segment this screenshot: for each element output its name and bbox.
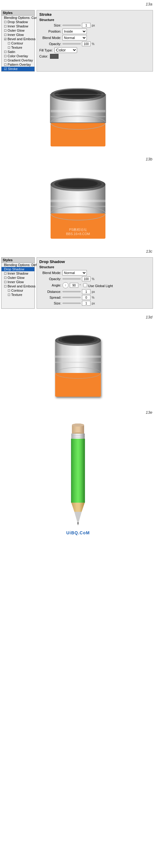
satin-item[interactable]: Satin xyxy=(2,50,34,54)
ds-distance-row: Distance: 1 px xyxy=(39,289,150,294)
pencil-svg xyxy=(63,422,93,526)
ds-global-light-checkbox[interactable] xyxy=(83,283,87,287)
svg-point-26 xyxy=(62,336,94,343)
outer-glow-item[interactable]: Outer Glow xyxy=(2,28,34,33)
cylinder-13b xyxy=(41,166,115,242)
gradient-overlay-item[interactable]: Gradient Overlay xyxy=(2,58,34,62)
svg-rect-34 xyxy=(71,439,85,503)
styles-panel-stroke: Styles Blending Options: Custom Drop Sha… xyxy=(1,10,35,71)
svg-point-40 xyxy=(72,424,84,427)
inner-glow-item[interactable]: Inner Glow xyxy=(2,33,34,37)
cylinder-13a-svg xyxy=(41,76,115,150)
blending-options-item[interactable]: Blending Options: Custom xyxy=(2,16,34,20)
ds-angle-value[interactable]: 90 xyxy=(70,283,78,288)
footer-text: UiBQ.CoM xyxy=(0,529,156,538)
ds-size-row: Size: 1 px xyxy=(39,301,150,306)
svg-marker-37 xyxy=(71,503,85,512)
bevel-emboss-item[interactable]: Bevel and Emboss xyxy=(2,37,34,41)
inner-glow-shadow-item[interactable]: Inner Glow xyxy=(2,280,34,284)
opacity-label: Opacity: xyxy=(39,42,61,46)
fill-type-row: Fill Type: Color Gradient Pattern xyxy=(39,47,150,53)
contour-shadow-item[interactable]: Contour xyxy=(2,288,34,292)
drop-shadow-panel-container: Styles Blending Options: Default Drop Sh… xyxy=(0,255,156,311)
svg-rect-23 xyxy=(55,362,101,363)
color-overlay-item[interactable]: Color Overlay xyxy=(2,54,34,58)
ds-opacity-unit: % xyxy=(92,277,94,281)
drop-shadow-item[interactable]: Drop Shadow xyxy=(2,20,34,24)
drop-shadow-active-item[interactable]: Drop Shadow xyxy=(2,267,34,271)
opacity-value[interactable]: 100 xyxy=(82,41,91,46)
label-13b: 13b xyxy=(0,155,156,162)
ds-blend-label: Blend Mode: xyxy=(39,271,61,275)
size-value[interactable]: 1 xyxy=(82,23,91,28)
blend-mode-label: Blend Mode: xyxy=(39,36,61,39)
ds-blend-row: Blend Mode: Normal xyxy=(39,270,150,276)
stroke-item[interactable]: ☑ Stroke xyxy=(2,67,34,71)
label-13e: 13e xyxy=(0,408,156,416)
svg-point-17 xyxy=(58,180,98,188)
blend-mode-row: Blend Mode: Normal xyxy=(39,35,150,40)
texture-shadow-item[interactable]: Texture xyxy=(2,292,34,297)
opacity-slider[interactable] xyxy=(62,43,81,44)
blend-mode-select[interactable]: Normal xyxy=(62,35,87,40)
svg-rect-3 xyxy=(51,110,105,112)
ds-spread-unit: % xyxy=(92,296,94,299)
opacity-unit: % xyxy=(92,42,94,46)
cylinder-13b-area: PS教程论坛 BBS.16×8.COM xyxy=(0,162,156,245)
position-row: Position: Inside Outside Center xyxy=(39,29,150,34)
ds-opacity-label: Opacity: xyxy=(39,277,61,281)
size-label: Size: xyxy=(39,24,61,27)
blending-options-shadow-item[interactable]: Blending Options: Default xyxy=(2,263,34,267)
color-label: Color: xyxy=(39,55,48,58)
styles-panel-title: Styles xyxy=(2,10,34,16)
stroke-structure-label: Structure xyxy=(39,18,150,22)
cylinder-13a xyxy=(41,76,115,150)
stroke-options-panel: Stroke Structure Size: 1 px Position: In… xyxy=(37,10,153,71)
ds-opacity-value[interactable]: 100 xyxy=(82,276,91,281)
ds-opacity-slider[interactable] xyxy=(62,278,81,279)
ds-size-unit: px xyxy=(92,302,95,305)
position-select[interactable]: Inside Outside Center xyxy=(62,29,87,34)
ds-distance-slider[interactable] xyxy=(62,291,81,292)
ds-distance-unit: px xyxy=(92,290,95,293)
ds-angle-dial[interactable]: ↑ xyxy=(62,282,68,288)
svg-marker-38 xyxy=(74,512,82,522)
styles-panel-shadow: Styles Blending Options: Default Drop Sh… xyxy=(1,257,35,309)
fill-type-select[interactable]: Color Gradient Pattern xyxy=(55,47,77,53)
label-13d: 13d xyxy=(0,313,156,320)
inner-shadow-item[interactable]: Inner Shadow xyxy=(2,24,34,28)
size-row: Size: 1 px xyxy=(39,23,150,28)
cylinder-13d xyxy=(48,323,108,403)
bevel-emboss-shadow-item[interactable]: Bevel and Emboss xyxy=(2,284,34,288)
label-13a: 13a xyxy=(0,0,156,8)
stroke-panel-container: Styles Blending Options: Custom Drop Sha… xyxy=(0,8,156,73)
cylinder-13a-area xyxy=(0,73,156,153)
ds-size-slider[interactable] xyxy=(62,303,81,304)
ds-spread-value[interactable]: 0 xyxy=(82,295,91,300)
label-13c: 13c xyxy=(0,247,156,255)
texture-item[interactable]: Texture xyxy=(2,45,34,50)
inner-shadow-shadow-item[interactable]: Inner Shadow xyxy=(2,271,34,276)
size-slider[interactable] xyxy=(62,25,81,26)
ds-size-value[interactable]: 1 xyxy=(82,301,91,306)
cylinder-13d-area xyxy=(0,320,156,406)
drop-shadow-structure-label: Structure xyxy=(39,265,150,269)
cylinder-13b-svg xyxy=(41,166,115,242)
drop-shadow-title: Drop Shadow xyxy=(39,259,150,264)
cylinder-13d-svg xyxy=(48,323,108,403)
outer-glow-shadow-item[interactable]: Outer Glow xyxy=(2,276,34,280)
pattern-overlay-item[interactable]: Pattern Overlay xyxy=(2,62,34,67)
ds-spread-slider[interactable] xyxy=(62,297,81,298)
svg-rect-22 xyxy=(55,355,101,358)
ds-blend-select[interactable]: Normal xyxy=(62,270,87,276)
ds-spread-row: Spread: 0 % xyxy=(39,295,150,300)
svg-rect-13 xyxy=(51,200,105,202)
contour-item[interactable]: Contour xyxy=(2,41,34,45)
svg-rect-31 xyxy=(71,434,85,439)
color-swatch[interactable] xyxy=(50,54,59,59)
color-row: Color: xyxy=(39,54,150,59)
ds-distance-value[interactable]: 1 xyxy=(82,289,91,294)
position-label: Position: xyxy=(39,30,61,33)
ds-global-light-label: Use Global Light xyxy=(83,283,113,288)
fill-type-label: Fill Type: xyxy=(39,49,53,52)
